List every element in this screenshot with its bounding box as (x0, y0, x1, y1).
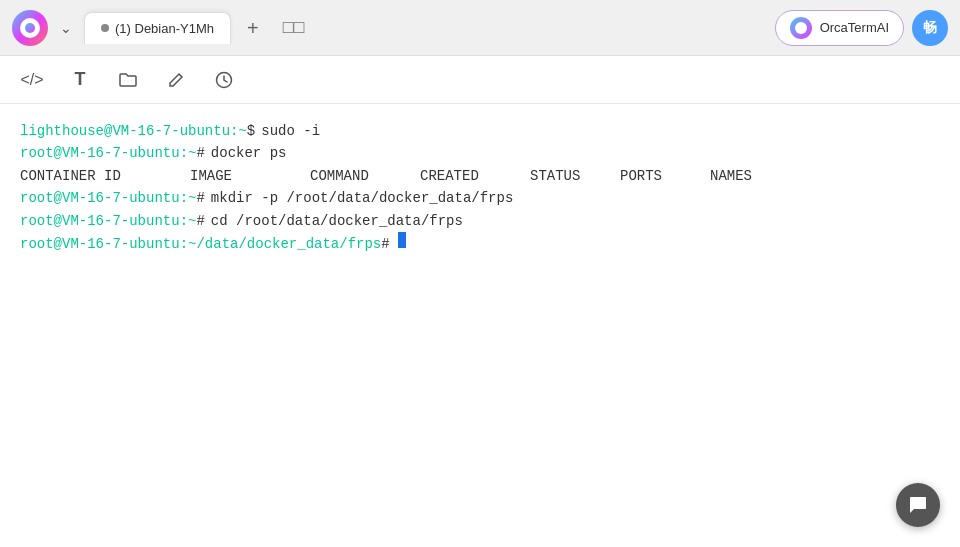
toolbar: </> T (0, 56, 960, 104)
terminal-line-3: root@VM-16-7-ubuntu :~ # mkdir -p /root/… (20, 187, 940, 209)
clock-icon[interactable] (208, 64, 240, 96)
terminal-line-4: root@VM-16-7-ubuntu :~ # cd /root/data/d… (20, 210, 940, 232)
active-tab[interactable]: (1) Debian-Y1Mh (84, 12, 231, 44)
text-icon[interactable]: T (64, 64, 96, 96)
prompt-host-5: root@VM-16-7-ubuntu (20, 233, 180, 255)
header-created: CREATED (420, 165, 530, 187)
prompt-host-4: root@VM-16-7-ubuntu (20, 210, 180, 232)
app-logo (12, 10, 48, 46)
new-tab-button[interactable]: + (239, 14, 267, 42)
prompt-path-1: :~ (230, 120, 247, 142)
prompt-host-3: root@VM-16-7-ubuntu (20, 187, 180, 209)
prompt-dollar-1: $ (247, 120, 255, 142)
header-container-id: CONTAINER ID (20, 165, 190, 187)
title-bar: ⌄ (1) Debian-Y1Mh + □□ OrcaTermAI 畅 (0, 0, 960, 56)
prompt-hash-2: # (196, 142, 204, 164)
cmd-3: mkdir -p /root/data/docker_data/frps (211, 187, 513, 209)
header-names: NAMES (710, 165, 800, 187)
orca-term-button[interactable]: OrcaTermAI (775, 10, 904, 46)
chevron-button[interactable]: ⌄ (56, 16, 76, 40)
header-status: STATUS (530, 165, 620, 187)
folder-icon[interactable] (112, 64, 144, 96)
prompt-hash-4: # (196, 210, 204, 232)
terminal-header: CONTAINER ID IMAGE COMMAND CREATED STATU… (20, 165, 940, 187)
orca-icon (790, 17, 812, 39)
logo-inner (20, 18, 40, 38)
prompt-path-5: :~/data/docker_data/frps (180, 233, 382, 255)
terminal-cursor (398, 232, 406, 248)
prompt-path-3: :~ (180, 187, 197, 209)
header-image: IMAGE (190, 165, 310, 187)
prompt-host-1: lighthouse@VM-16-7-ubuntu (20, 120, 230, 142)
tab-indicator (101, 24, 109, 32)
terminal[interactable]: lighthouse@VM-16-7-ubuntu :~ $ sudo -i r… (0, 104, 960, 547)
prompt-hash-5: # (381, 233, 389, 255)
cmd-4: cd /root/data/docker_data/frps (211, 210, 463, 232)
chat-button[interactable] (896, 483, 940, 527)
code-icon[interactable]: </> (16, 64, 48, 96)
terminal-line-2: root@VM-16-7-ubuntu :~ # docker ps (20, 142, 940, 164)
cmd-2: docker ps (211, 142, 287, 164)
orca-label: OrcaTermAI (820, 20, 889, 35)
prompt-hash-3: # (196, 187, 204, 209)
prompt-path-4: :~ (180, 210, 197, 232)
orca-icon-inner (795, 22, 807, 34)
header-command: COMMAND (310, 165, 420, 187)
header-ports: PORTS (620, 165, 710, 187)
tab-label: (1) Debian-Y1Mh (115, 21, 214, 36)
chang-button[interactable]: 畅 (912, 10, 948, 46)
terminal-line-1: lighthouse@VM-16-7-ubuntu :~ $ sudo -i (20, 120, 940, 142)
cmd-1: sudo -i (261, 120, 320, 142)
prompt-host-2: root@VM-16-7-ubuntu (20, 142, 180, 164)
prompt-path-2: :~ (180, 142, 197, 164)
terminal-line-5: root@VM-16-7-ubuntu :~/data/docker_data/… (20, 232, 940, 255)
edit-icon[interactable] (160, 64, 192, 96)
split-button[interactable]: □□ (275, 13, 313, 42)
